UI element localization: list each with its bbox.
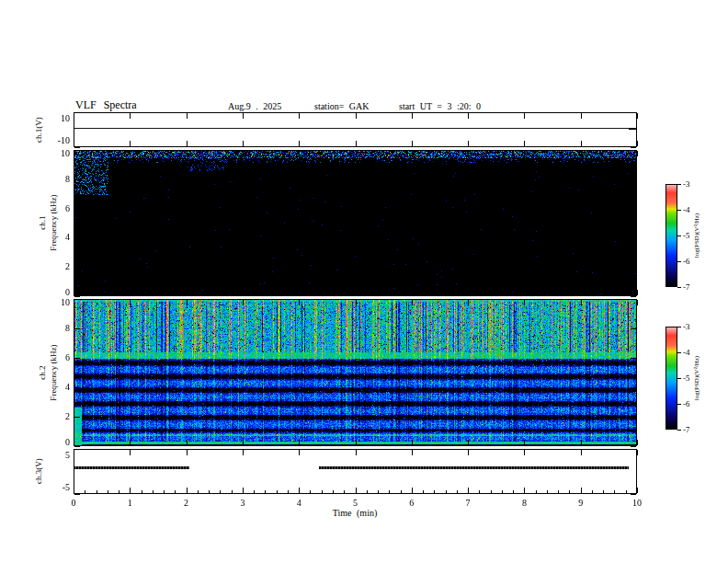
axis-minor-tick: [457, 490, 458, 493]
axis-minor-tick: [254, 490, 255, 493]
axis-tick: [74, 417, 80, 418]
ch1-channel-label: ch.1: [37, 181, 48, 264]
colorbar-tick: [677, 352, 681, 353]
axis-minor-tick: [130, 490, 131, 493]
axis-tick: [187, 151, 188, 156]
plot-station: station= GAK: [314, 101, 369, 111]
axis-tick: [74, 494, 80, 495]
axis-tick: [74, 328, 80, 329]
x-tick-label: 10: [628, 498, 646, 509]
axis-minor-tick: [446, 490, 447, 493]
panel-ch1-spectrogram: [74, 150, 637, 296]
plot-title: VLF Spectra: [75, 98, 137, 112]
axis-minor-tick: [581, 490, 582, 493]
axis-minor-tick: [401, 490, 402, 493]
axis-minor-tick: [479, 490, 480, 493]
axis-tick: [637, 300, 638, 305]
axis-tick: [130, 151, 131, 156]
axis-tick: [74, 141, 74, 146]
colorbar-tick: [677, 236, 681, 236]
x-tick-label: 2: [177, 498, 196, 509]
axis-tick: [412, 290, 413, 295]
ch3-voltage-axis-label: ch.3(V): [33, 430, 44, 512]
axis-tick: [299, 141, 300, 146]
axis-tick: [74, 179, 80, 180]
axis-tick: [74, 449, 80, 450]
y-tick-label: 5: [44, 450, 70, 461]
axis-minor-tick: [333, 490, 334, 493]
colorbar-tick: [677, 327, 681, 327]
colorbar-tick-label: -7: [683, 282, 690, 292]
axis-tick: [299, 440, 300, 445]
axis-tick: [243, 450, 244, 455]
axis-tick: [187, 450, 188, 455]
axis-tick: [299, 450, 300, 455]
axis-tick: [356, 290, 357, 295]
x-tick-label: 5: [347, 498, 365, 509]
colorbar-tick: [677, 287, 681, 288]
axis-tick: [631, 147, 636, 148]
axis-tick: [130, 300, 131, 305]
y-tick-label: 6: [44, 203, 70, 214]
axis-tick: [631, 237, 636, 238]
axis-tick: [412, 300, 413, 305]
y-tick-label: 4: [44, 232, 70, 243]
axis-tick: [187, 113, 188, 119]
axis-minor-tick: [108, 490, 108, 493]
axis-tick: [581, 290, 582, 295]
axis-tick: [187, 300, 188, 305]
axis-tick: [74, 450, 74, 455]
axis-tick: [74, 112, 80, 113]
axis-tick: [631, 417, 636, 418]
y-tick-label: 4: [44, 382, 70, 393]
colorbar-tick: [677, 210, 681, 211]
axis-tick: [581, 113, 582, 119]
plot-date: Aug.9 . 2025: [228, 101, 281, 111]
axis-tick: [356, 113, 357, 119]
axis-minor-tick: [389, 490, 390, 493]
y-tick-label: 10: [44, 148, 70, 159]
axis-tick: [187, 440, 188, 445]
axis-minor-tick: [209, 490, 210, 493]
ch3-voltage-trace: [74, 466, 189, 469]
axis-tick: [468, 300, 469, 305]
colorbar-tick-label: -4: [683, 205, 690, 214]
axis-tick: [468, 141, 469, 146]
colorbar-tick-label: -6: [683, 399, 690, 408]
axis-tick: [243, 290, 244, 295]
axis-tick: [243, 141, 244, 146]
axis-minor-tick: [536, 490, 537, 493]
axis-minor-tick: [85, 490, 85, 493]
axis-tick: [631, 299, 636, 300]
axis-tick: [243, 113, 244, 119]
axis-tick: [130, 290, 131, 295]
axis-tick: [524, 290, 525, 295]
axis-tick: [637, 151, 638, 156]
axis-tick: [524, 141, 525, 146]
y-tick-label: -5: [44, 482, 70, 493]
axis-tick: [74, 290, 74, 295]
colorbar-tick-label: -3: [683, 179, 690, 189]
axis-minor-tick: [299, 490, 300, 493]
axis-tick: [74, 446, 80, 447]
axis-minor-tick: [97, 490, 97, 493]
colorbar-tick-label: -6: [683, 257, 690, 266]
ch1-voltage-trace-end: [629, 128, 636, 130]
colorbar-ch1-label: log(PSD)(V²/Hz): [691, 194, 702, 277]
x-tick-label: 8: [515, 498, 533, 509]
plot-start-ut: start UT = 3 :20: 0: [399, 101, 481, 111]
axis-tick: [74, 151, 74, 156]
axis-tick: [130, 113, 131, 119]
axis-tick: [243, 440, 244, 445]
axis-tick: [631, 267, 636, 268]
ch1-voltage-trace: [74, 128, 636, 129]
axis-tick: [631, 328, 636, 329]
axis-tick: [631, 296, 636, 297]
colorbar-tick-label: -7: [683, 425, 690, 434]
colorbar-ch1: [665, 184, 677, 287]
axis-tick: [74, 237, 80, 238]
axis-minor-tick: [310, 490, 311, 493]
axis-tick: [74, 209, 80, 210]
axis-tick: [187, 290, 188, 295]
y-tick-label: 10: [44, 113, 70, 124]
